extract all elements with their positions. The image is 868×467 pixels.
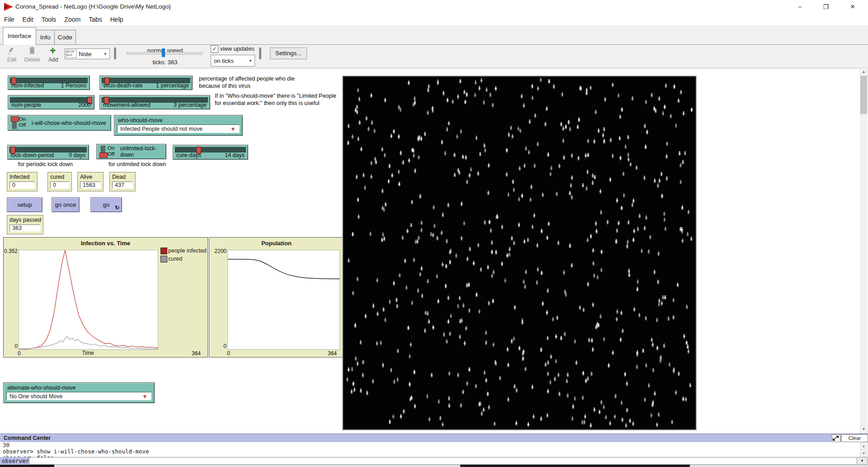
x-axis-label: Time bbox=[19, 350, 157, 356]
add-tool-label[interactable]: Add bbox=[45, 57, 61, 63]
y-max-label: 0.352 bbox=[4, 248, 18, 254]
monitor-days-passed: days passed 363 bbox=[7, 215, 43, 234]
button-label: setup bbox=[18, 201, 32, 208]
monitor-value: 437 bbox=[112, 181, 133, 189]
chevron-down-icon: ▼ bbox=[249, 59, 252, 63]
slider-num-infected[interactable]: num-infected1 Persons bbox=[8, 76, 90, 90]
go-button[interactable]: go ↻ bbox=[90, 197, 122, 212]
switch-knob[interactable] bbox=[11, 116, 19, 122]
history-dropdown-button[interactable]: ▼ bbox=[857, 457, 868, 465]
setup-button[interactable]: setup bbox=[7, 197, 42, 212]
command-center-expand-button[interactable] bbox=[832, 434, 840, 442]
scroll-down-icon[interactable]: ▼ bbox=[860, 425, 868, 434]
restore-button[interactable]: ❐ bbox=[815, 0, 837, 14]
menu-edit[interactable]: Edit bbox=[19, 16, 38, 23]
scroll-down-icon[interactable]: ▼ bbox=[860, 449, 868, 457]
scroll-strip-segment bbox=[0, 465, 54, 467]
monitor-value: 0 bbox=[50, 181, 69, 189]
scroll-strip-segment bbox=[460, 465, 690, 467]
switch-unlimited-lock-down[interactable]: OnOff unlimited-lock-down bbox=[96, 144, 166, 159]
update-mode-value: on ticks bbox=[214, 57, 234, 64]
note-periodic-lockdown: for periodic lock down bbox=[18, 161, 90, 168]
slider-movement-allowed[interactable]: movement-allowed3 percentage bbox=[99, 95, 210, 110]
tab-interface[interactable]: Interface bbox=[3, 27, 36, 45]
slider-value: 3 percentage bbox=[174, 102, 207, 108]
legend-swatch-cured bbox=[160, 256, 167, 262]
chooser-dropdown[interactable]: No One should Move ▼ bbox=[6, 392, 151, 400]
plot-canvas bbox=[19, 250, 158, 350]
chooser-value: Infected People should not move bbox=[120, 126, 203, 132]
chooser-value: No One should Move bbox=[9, 393, 62, 400]
command-center-output[interactable]: 30 observer> show i-will-chose-who-shoul… bbox=[0, 442, 860, 457]
scrollbar-thumb[interactable] bbox=[860, 76, 867, 114]
go-once-button[interactable]: go once bbox=[52, 197, 80, 212]
menu-help[interactable]: Help bbox=[106, 16, 127, 23]
update-mode-combo[interactable]: on ticks ▼ bbox=[211, 55, 255, 67]
command-center-title: Command Center bbox=[4, 435, 51, 441]
forever-icon: ↻ bbox=[115, 205, 119, 211]
switch-knob[interactable] bbox=[99, 152, 108, 158]
switch-on-label: On bbox=[19, 116, 26, 122]
slider-label: lock-down-period bbox=[11, 152, 54, 158]
minimize-button[interactable]: − bbox=[789, 0, 811, 14]
slider-value: 1 Persons bbox=[61, 82, 86, 89]
slider-num-people[interactable]: num-people2000 bbox=[8, 95, 94, 110]
switch-label: i-will-chose-who-should-move bbox=[32, 115, 106, 130]
button-label: go bbox=[103, 201, 109, 208]
netlogo-logo-icon bbox=[4, 3, 13, 11]
edit-pencil-icon[interactable] bbox=[8, 47, 15, 54]
legend-swatch-infected bbox=[160, 248, 167, 254]
clear-button[interactable]: Clear bbox=[841, 434, 868, 442]
menu-tools[interactable]: Tools bbox=[38, 16, 61, 23]
switch-i-will-chose-who-should-move[interactable]: OnOff i-will-chose-who-should-move bbox=[8, 115, 111, 131]
tab-code[interactable]: Code bbox=[54, 30, 76, 45]
menu-zoom[interactable]: Zoom bbox=[60, 16, 85, 23]
agents-canvas bbox=[343, 76, 696, 429]
output-line: 30 bbox=[0, 442, 860, 448]
edit-tool-label[interactable]: Edit bbox=[4, 57, 20, 63]
main-scrollbar[interactable]: ▲ ▼ bbox=[860, 68, 868, 434]
plot-canvas bbox=[227, 250, 340, 350]
widget-type-combo[interactable]: Abc def ghi jkl Note ▼ bbox=[65, 48, 110, 59]
menu-file[interactable]: File bbox=[0, 16, 19, 23]
command-center-header: Command Center Clear bbox=[0, 434, 868, 443]
tab-info[interactable]: Info bbox=[36, 30, 55, 45]
slider-label: cure-days bbox=[176, 152, 201, 158]
note-unlimited-lockdown: for unlimited lock down bbox=[108, 161, 185, 168]
speed-slider-thumb[interactable] bbox=[162, 48, 165, 57]
chooser-dropdown[interactable]: Infected People should not move ▼ bbox=[117, 124, 240, 133]
view-updates-label: view updates bbox=[220, 45, 255, 52]
delete-tool-label[interactable]: Delete bbox=[22, 57, 42, 63]
output-scrollbar[interactable]: ▲ ▼ bbox=[860, 442, 868, 457]
plot-infection-vs-time: Infection vs. Time 0.352 0 0 Time 364 pe… bbox=[3, 237, 208, 357]
scroll-up-icon[interactable]: ▲ bbox=[860, 68, 868, 76]
button-label: go once bbox=[55, 201, 76, 208]
slider-cure-days[interactable]: cure-days14 days bbox=[173, 145, 248, 160]
delete-trash-icon[interactable] bbox=[29, 47, 35, 54]
menu-tabs[interactable]: Tabs bbox=[85, 16, 106, 23]
monitor-infected: Infected 0 bbox=[7, 172, 38, 191]
slider-label: num-infected bbox=[11, 82, 44, 89]
monitor-label: Infected bbox=[9, 174, 29, 180]
x-max-label: 364 bbox=[328, 350, 337, 357]
monitor-dead: Dead 437 bbox=[109, 172, 136, 191]
scroll-up-icon[interactable]: ▲ bbox=[860, 442, 868, 450]
slider-lock-down-period[interactable]: lock-down-period0 days bbox=[7, 145, 89, 160]
view-updates-checkbox[interactable]: ✓ bbox=[211, 45, 218, 53]
command-input[interactable] bbox=[29, 457, 857, 465]
settings-button[interactable]: Settings... bbox=[270, 48, 307, 59]
add-plus-icon[interactable]: + bbox=[50, 45, 56, 57]
chooser-who-should-move[interactable]: who-should-move Infected People should n… bbox=[114, 115, 243, 136]
ticks-counter: ticks: 363 bbox=[140, 59, 190, 66]
chooser-alternate-who-should-move[interactable]: alternate-who-should-move No One should … bbox=[3, 382, 155, 403]
slider-label: num-people bbox=[11, 102, 41, 108]
slider-virus-death-rate[interactable]: virus-death-rate1 percentage bbox=[99, 76, 193, 90]
monitor-value: 363 bbox=[9, 224, 41, 232]
bottom-scroll-strip bbox=[0, 465, 868, 467]
netlogo-window: Corona_Spread - NetLogo {H:\Google Drive… bbox=[0, 0, 868, 467]
slider-label: movement-allowed bbox=[103, 102, 151, 108]
expand-diagonal-icon bbox=[832, 435, 839, 441]
close-button[interactable]: × bbox=[842, 0, 863, 14]
slider-value: 2000 bbox=[78, 102, 91, 108]
legend-label-infected: people infected bbox=[168, 248, 207, 254]
